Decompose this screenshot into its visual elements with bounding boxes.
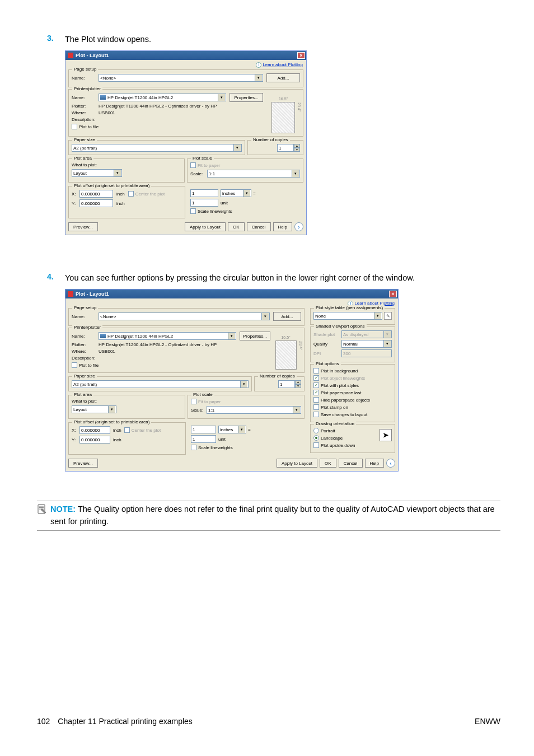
printer-icon: [100, 334, 106, 338]
cancel-button[interactable]: Cancel: [247, 222, 271, 231]
quality-select[interactable]: Normal: [341, 340, 392, 348]
paper-size-select-2[interactable]: A2 (portrait): [72, 380, 249, 388]
plot-scale-group: Plot scale Fit to paper Scale: 1:1: [187, 158, 303, 183]
copies-stepper[interactable]: 1 ▲▼: [251, 144, 300, 152]
ok-button[interactable]: OK: [228, 222, 245, 231]
what-to-plot-select-2[interactable]: Layout: [72, 405, 116, 413]
what-to-plot-select[interactable]: Layout: [72, 169, 122, 177]
scale-select[interactable]: 1:1: [207, 170, 300, 178]
properties-button[interactable]: Properties...: [229, 93, 263, 102]
collapse-button[interactable]: ‹: [386, 459, 395, 468]
preview-button-2[interactable]: Preview...: [68, 459, 98, 468]
dialog-title: Plot - Layout1: [76, 53, 109, 58]
preview-button[interactable]: Preview...: [68, 222, 98, 231]
page-setup-name-select-2[interactable]: <None>: [99, 312, 270, 320]
close-icon[interactable]: ×: [389, 291, 397, 297]
portrait-label: Portrait: [321, 428, 335, 433]
orientation-icon: ➤: [380, 429, 392, 441]
plot-to-file-checkbox-2[interactable]: [72, 362, 77, 368]
scale-value-2[interactable]: 1: [190, 199, 218, 207]
scale-value-1[interactable]: 1: [190, 189, 218, 197]
plot-to-file-checkbox[interactable]: [72, 124, 77, 129]
pen-edit-icon[interactable]: ✎: [384, 312, 392, 320]
portrait-radio[interactable]: [313, 428, 319, 433]
ok-button-2[interactable]: OK: [320, 459, 336, 468]
upside-down-checkbox[interactable]: [313, 442, 319, 448]
add-button-2[interactable]: Add...: [273, 312, 301, 321]
offset-y-label: Y:: [72, 201, 79, 206]
opt-lineweights-label: Plot object lineweights: [321, 376, 365, 381]
offset-x-input[interactable]: 0.000000: [79, 190, 113, 198]
copies-legend: Number of copies: [251, 137, 290, 142]
drawing-orientation-group: Drawing orientation Portrait Landscape ➤…: [310, 424, 395, 453]
expand-button[interactable]: ›: [294, 222, 303, 231]
orientation-legend: Drawing orientation: [314, 421, 356, 426]
plot-offset-legend: Plot offset (origin set to printable are…: [72, 183, 151, 188]
plotter-value: HP Designjet T1200 44in HPGL2 - Optimize…: [99, 104, 217, 109]
printer-plotter-group: Printer/plotter Name: HP Designjet T1200…: [68, 89, 303, 137]
shade-plot-label: Shade plot: [313, 332, 341, 337]
printer-plotter-group-2: Printer/plotter Name: HP Designjet T1200…: [68, 328, 305, 373]
scale-lineweights-checkbox-2[interactable]: [191, 445, 196, 450]
note-text: NOTE: The Quality option here does not r…: [50, 503, 500, 528]
info-icon: i: [256, 62, 261, 68]
add-button[interactable]: Add...: [266, 73, 300, 82]
opt-background-label: Plot in background: [321, 368, 358, 374]
opt-paperspace-checkbox[interactable]: [313, 390, 319, 395]
what-to-plot-label: What to plot:: [72, 162, 181, 167]
opt-lineweights-checkbox: [313, 375, 319, 381]
step-3-number: 3.: [47, 34, 65, 43]
plot-to-file-label: Plot to file: [79, 124, 99, 129]
scale-unit-1-2[interactable]: inches: [218, 426, 246, 433]
scale-lineweights-checkbox[interactable]: [190, 208, 196, 214]
page-footer: 102 Chapter 11 Practical printing exampl…: [37, 717, 500, 726]
offset-y-input-2[interactable]: 0.000000: [79, 436, 110, 444]
printer-name-select-2[interactable]: HP Designjet T1200 44in HPGL2: [99, 332, 236, 340]
printer-name-select[interactable]: HP Designjet T1200 44in HPGL2: [99, 94, 226, 101]
opt-save-label: Save changes to layout: [321, 412, 367, 417]
plotter-label: Plotter:: [72, 104, 99, 109]
page-setup-group-2: Page setup Name: <None> Add...: [68, 308, 305, 326]
opt-plotstyles-checkbox[interactable]: [313, 382, 319, 388]
app-icon: [68, 291, 73, 297]
where-label: Where:: [72, 110, 99, 115]
close-icon[interactable]: ×: [297, 52, 305, 59]
opt-hide-checkbox[interactable]: [313, 397, 319, 403]
note-divider-bottom: [37, 530, 500, 531]
shaded-viewport-legend: Shaded viewport options: [314, 324, 367, 329]
help-button[interactable]: Help: [273, 222, 292, 231]
offset-x-unit: inch: [116, 192, 125, 197]
step-4-text: You can see further options by pressing …: [65, 272, 415, 283]
offset-x-input-2[interactable]: 0.000000: [79, 426, 110, 434]
plot-area-group: Plot area What to plot: Layout: [68, 158, 185, 183]
learn-link[interactable]: Learn about Plotting: [263, 62, 303, 67]
page-setup-name-select[interactable]: <None>: [99, 74, 263, 82]
opt-stamp-checkbox[interactable]: [313, 404, 319, 410]
opt-background-checkbox[interactable]: [313, 368, 319, 374]
copies-stepper-2[interactable]: 1 ▲▼: [257, 380, 301, 388]
plot-scale-group-2: Plot scale Fit to paper Scale:1:1: [188, 395, 305, 419]
help-button-2[interactable]: Help: [365, 459, 384, 468]
apply-to-layout-button-2[interactable]: Apply to Layout: [277, 459, 317, 468]
scale-value-1-2[interactable]: 1: [191, 426, 216, 433]
landscape-radio[interactable]: [313, 435, 319, 441]
properties-button-2[interactable]: Properties...: [240, 332, 270, 340]
app-icon: [68, 53, 73, 58]
page-setup-group: Page setup Name: <None> Add...: [68, 69, 303, 87]
plot-style-select[interactable]: None: [313, 312, 382, 320]
copies-value[interactable]: 1: [277, 144, 294, 152]
scale-value-2-2[interactable]: 1: [191, 435, 216, 443]
learn-link-row: iLearn about Plotting: [65, 60, 306, 68]
cancel-button-2[interactable]: Cancel: [339, 459, 363, 468]
scale-values-group: 1 inches = 1 unit Scale lineweights: [188, 186, 303, 218]
scale-select-2[interactable]: 1:1: [207, 406, 301, 414]
opt-save-checkbox[interactable]: [313, 412, 319, 417]
apply-to-layout-button[interactable]: Apply to Layout: [185, 222, 226, 231]
dialog-titlebar: Plot - Layout1 ×: [65, 51, 306, 60]
footer-brand: ENWW: [475, 717, 500, 726]
scale-unit-1[interactable]: inches: [221, 189, 251, 197]
paper-size-select[interactable]: A2 (portrait): [72, 144, 242, 152]
scale-unit-2: unit: [221, 200, 228, 206]
offset-y-input[interactable]: 0.000000: [79, 199, 113, 207]
opt-plotstyles-label: Plot with plot styles: [321, 383, 359, 388]
